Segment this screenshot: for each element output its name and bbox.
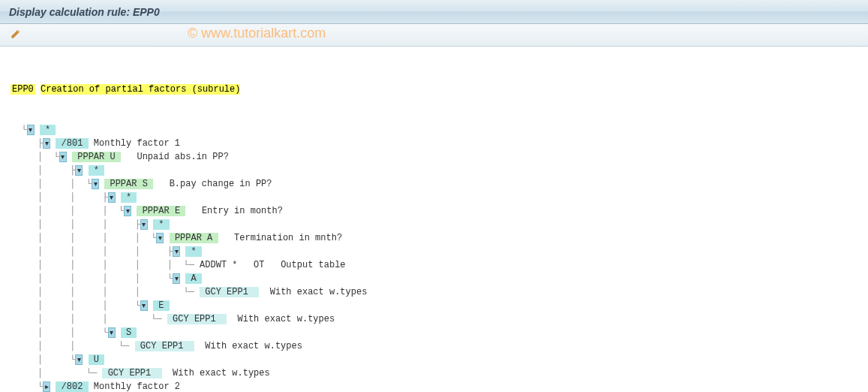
collapse-icon[interactable]: ▾ bbox=[27, 125, 35, 135]
tree-row[interactable]: │ │ │ │ └─ GCY EPP1 With exact w.types bbox=[11, 285, 857, 299]
tree-token[interactable]: GCY EPP1 bbox=[200, 287, 259, 297]
edit-button[interactable] bbox=[8, 27, 24, 44]
collapse-icon[interactable]: ▾ bbox=[140, 300, 148, 311]
tree-token[interactable]: * bbox=[185, 246, 202, 257]
tree-token[interactable]: GCY EPP1 bbox=[135, 341, 194, 351]
tree-token[interactable]: /801 bbox=[56, 138, 88, 149]
tree-row[interactable]: │ │ └─ GCY EPP1 With exact w.types bbox=[11, 339, 857, 353]
title-bar: Display calculation rule: EPP0 bbox=[0, 0, 868, 24]
collapse-icon[interactable]: ▾ bbox=[173, 273, 180, 284]
root-code: EPP0 bbox=[11, 84, 35, 95]
tree-row[interactable]: │ │ │ │ └▾ PPPAR A Termination in mnth? bbox=[11, 231, 857, 245]
tree-row[interactable]: │ │ │ ├▾ * bbox=[11, 218, 857, 231]
collapse-icon[interactable]: ▾ bbox=[108, 192, 116, 203]
tree-token[interactable]: * bbox=[121, 192, 137, 203]
root-desc: Creation of partial factors (subrule) bbox=[41, 84, 240, 95]
collapse-icon[interactable]: ▾ bbox=[173, 246, 180, 257]
collapse-icon[interactable]: ▾ bbox=[59, 152, 67, 162]
tree-row[interactable]: │ └▾ PPPAR U Unpaid abs.in PP? bbox=[11, 150, 857, 164]
tree-row[interactable]: │ │ └▾ S bbox=[11, 326, 857, 339]
tree-row[interactable]: │ │ │ │ ├▾ * bbox=[11, 245, 857, 258]
tree-token[interactable]: * bbox=[40, 125, 56, 135]
tree-row[interactable]: │ │ ├▾ * bbox=[11, 191, 857, 204]
tree-row[interactable]: │ │ │ └─ GCY EPP1 With exact w.types bbox=[11, 312, 857, 326]
tree-row[interactable]: ├▾ /801 Monthly factor 1 bbox=[11, 137, 857, 150]
tree-token[interactable]: GCY EPP1 bbox=[102, 368, 161, 378]
tree-token[interactable]: PPPAR A bbox=[170, 233, 218, 243]
tree-row[interactable]: │ ├▾ * bbox=[11, 164, 857, 177]
tree-token[interactable]: GCY EPP1 bbox=[167, 314, 227, 324]
tree-root[interactable]: EPP0 Creation of partial factors (subrul… bbox=[11, 83, 857, 96]
collapse-icon[interactable]: ▾ bbox=[124, 206, 131, 216]
collapse-icon[interactable]: ▾ bbox=[108, 327, 116, 338]
tree-row[interactable]: │ │ │ └▾ PPPAR E Entry in month? bbox=[11, 204, 857, 218]
tree-row[interactable]: │ └▾ U bbox=[11, 353, 857, 366]
toolbar bbox=[0, 24, 868, 47]
tree-row[interactable]: │ │ │ │ │ └─ ADDWT * OT Output table bbox=[11, 258, 857, 272]
tree-token[interactable]: A bbox=[185, 273, 202, 284]
tree-token[interactable]: PPPAR E bbox=[137, 206, 185, 216]
tree-token[interactable]: /802 bbox=[56, 381, 88, 392]
pencil-icon bbox=[11, 29, 21, 41]
expand-icon[interactable]: ▸ bbox=[43, 381, 50, 392]
tree-token: ADDWT * bbox=[200, 260, 248, 270]
tree-token[interactable]: PPPAR S bbox=[104, 179, 153, 189]
page-title: Display calculation rule: EPP0 bbox=[9, 6, 160, 18]
tree-token[interactable]: * bbox=[153, 219, 170, 230]
tree-row[interactable]: │ │ │ └▾ E bbox=[11, 299, 857, 312]
tree-row[interactable]: └▾ * bbox=[11, 123, 857, 137]
collapse-icon[interactable]: ▾ bbox=[75, 354, 83, 365]
tree-row[interactable]: │ └─ GCY EPP1 With exact w.types bbox=[11, 366, 857, 380]
collapse-icon[interactable]: ▾ bbox=[75, 165, 83, 176]
collapse-icon[interactable]: ▾ bbox=[92, 179, 99, 189]
collapse-icon[interactable]: ▾ bbox=[43, 138, 50, 149]
tree-token[interactable]: PPPAR U bbox=[72, 152, 121, 162]
tree-token[interactable]: U bbox=[89, 354, 105, 365]
collapse-icon[interactable]: ▾ bbox=[156, 233, 164, 243]
tree-row[interactable]: │ │ │ │ └▾ A bbox=[11, 272, 857, 285]
tree-content: EPP0 Creation of partial factors (subrul… bbox=[0, 47, 868, 392]
collapse-icon[interactable]: ▾ bbox=[140, 219, 148, 230]
tree-token[interactable]: E bbox=[153, 300, 170, 311]
tree-token[interactable]: * bbox=[89, 165, 105, 176]
tree-row[interactable]: └▸ /802 Monthly factor 2 bbox=[11, 380, 857, 392]
tree-row[interactable]: │ │ └▾ PPPAR S B.pay change in PP? bbox=[11, 177, 857, 191]
tree-token[interactable]: S bbox=[121, 327, 137, 338]
